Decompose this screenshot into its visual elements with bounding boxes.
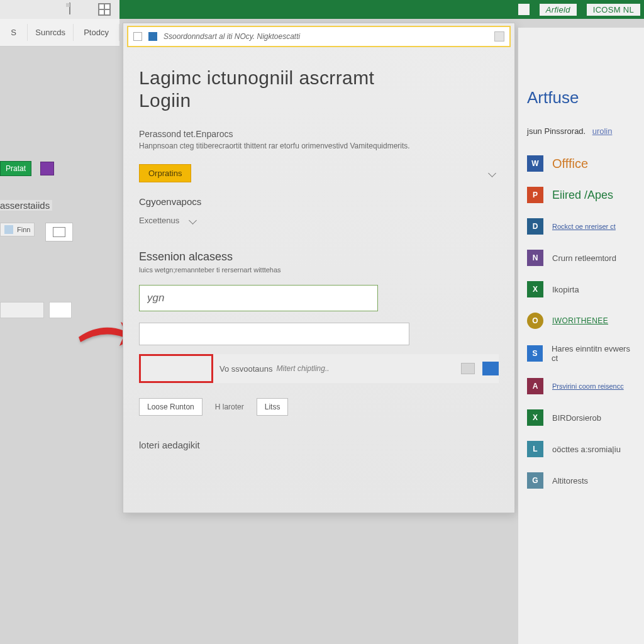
label-icon [69,3,82,16]
card-title-1: Lagimc ictunogniil ascrramt [139,67,499,89]
ribbon-left-gray [0,0,119,19]
right-panel: Artfuse jsun Pinssrorad. urolin WOfffice… [518,28,644,644]
app-name: IWORITHENEE [552,316,608,325]
app-name: oöcttes a:sromia|iu [552,445,621,454]
rpanel-line-a: jsun Pinssrorad. [527,126,586,136]
bar-blue-icon[interactable] [482,362,499,375]
suggestion-bar: Vo ssvootauns Mitert chiptling.. [139,354,499,383]
excettenus-dropdown[interactable]: Excettenus [139,216,499,225]
section-hint: luics wetgn;remannteber ti rersernart wi… [139,266,499,274]
left-pratat: Pratat [0,161,54,176]
password-input[interactable] [139,323,409,345]
app-name: BIRDorsierob [552,413,601,423]
app-tile-icon: X [527,281,543,297]
card-sub2: Hanpnsoan cteg titiberecraortit thittent… [139,142,499,150]
finn-chip[interactable]: Finn [0,223,35,236]
litss-button[interactable]: Litss [257,398,289,416]
btn-mid-label: H laroter [215,402,244,411]
app-row-3[interactable]: NCrurn retleemtord [527,250,635,266]
app-row-9[interactable]: Loöcttes a:sromia|iu [527,441,635,457]
app-name: Offfice [552,157,588,171]
red-highlight-box [139,354,213,383]
left-sheet-box[interactable] [45,223,73,242]
app-name: Ikopirta [552,285,579,294]
app-tile-icon: L [527,441,543,457]
left-finn: Finn [0,223,35,236]
card-foot: loteri aedagikit [139,440,499,450]
ribbon-right-icon[interactable] [518,4,530,15]
app-tile-icon: P [527,187,543,203]
app-tile-icon: G [527,472,543,489]
app-name: Hares einntitn evwers ct [552,344,635,363]
ribbon-right-b[interactable]: ICOSM NL [587,4,640,16]
app-name: Prsvirini coorn reisencc [552,382,624,390]
pratat-badge[interactable]: Pratat [0,161,31,176]
bar-label-2: Mitert chiptling.. [277,364,330,373]
subrow-cell-0[interactable]: S [0,24,28,41]
app-row-1[interactable]: PEiired /Apes [527,187,635,203]
app-name: Altitorests [552,476,588,486]
sheet-icon [98,3,111,16]
card-sub3: Cgyoenvapocs [139,196,499,207]
bar-gray-icon[interactable] [461,363,475,374]
addr-text: Ssoordonndsart al iti NOcy. Nigktoescatt… [164,32,488,41]
app-tile-icon: A [527,378,543,394]
subrow: S Sunrcds Ptodcy [0,19,119,47]
left-input-frag[interactable] [0,302,44,318]
card-sub1: Perassond tet.Enparocs [139,129,499,139]
pratat-mini-icon[interactable] [40,162,54,175]
chevron-down-icon[interactable] [487,169,499,178]
addr-box-icon [133,32,142,41]
app-tile-icon: O [527,313,543,329]
app-tile-icon: D [527,218,543,235]
subrow-cell-2[interactable]: Ptodcy [74,24,119,41]
loose-runton-button[interactable]: Loose Runton [139,398,203,416]
app-name: Eiired /Apes [552,189,613,202]
card-title-2: Logiin [139,90,499,111]
app-row-4[interactable]: XIkopirta [527,281,635,297]
app-tile-icon: S [527,345,543,362]
chevron-down-icon-2 [188,216,199,225]
addr-end-icon[interactable] [494,31,504,42]
finn-chip-label: Finn [17,226,30,233]
app-row-2[interactable]: DRockct oe nreriser ct [527,218,635,235]
excettenus-label: Excettenus [139,216,179,225]
opratins-button[interactable]: Orpratins [139,164,191,182]
addr-favicon-icon [148,32,157,41]
app-row-6[interactable]: SHares einntitn evwers ct [527,344,635,363]
rpanel-line-b-link[interactable]: urolin [592,126,613,136]
left-label-asserstaids: asserstaiids [0,200,52,211]
app-row-8[interactable]: XBIRDorsierob [527,409,635,426]
username-input[interactable] [139,285,378,311]
ribbon-right: Arfield ICOSM NL [518,0,640,19]
left-input-frag-sm[interactable] [49,302,72,318]
finn-mini-icon [4,225,13,234]
app-name: Crurn retleemtord [552,253,616,263]
app-row-10[interactable]: GAltitorests [527,472,635,489]
app-row-0[interactable]: WOfffice [527,155,635,172]
app-tile-icon: N [527,250,543,266]
bar-label-1: Vo ssvootauns [219,364,273,374]
app-tile-icon: X [527,409,543,426]
app-name: Rockct oe nreriser ct [552,223,616,230]
subrow-cell-1[interactable]: Sunrcds [28,24,74,41]
address-bar[interactable]: Ssoordonndsart al iti NOcy. Nigktoescatt… [127,26,511,47]
login-card-body: Lagimc ictunogniil ascrramt Logiin Peras… [139,67,499,500]
login-card: Ssoordonndsart al iti NOcy. Nigktoescatt… [123,23,515,513]
section-heading: Essenion alcasess [139,250,499,264]
app-tile-icon: W [527,155,543,172]
rpanel-title: Artfuse [527,88,635,108]
ribbon-right-a[interactable]: Arfield [540,4,577,16]
app-list: WOffficePEiired /ApesDRockct oe nreriser… [527,155,635,489]
app-row-7[interactable]: APrsvirini coorn reisencc [527,378,635,394]
app-row-5[interactable]: OIWORITHENEE [527,313,635,329]
